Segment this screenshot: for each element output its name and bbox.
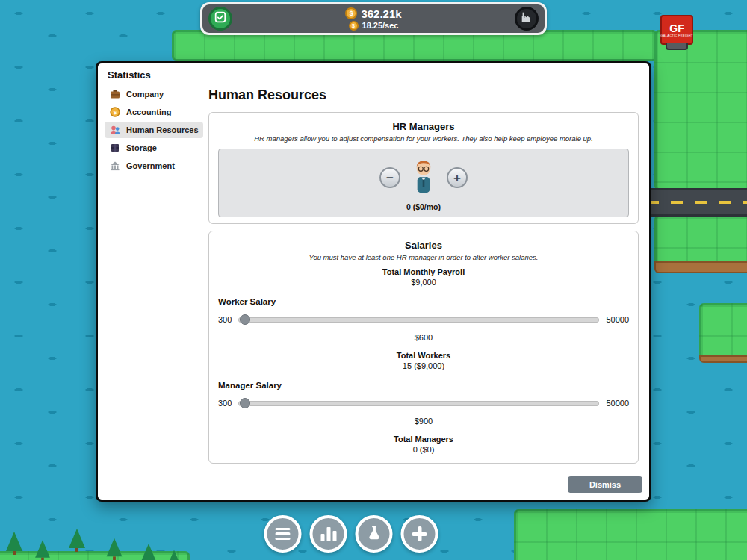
dirt-edge-mid-right xyxy=(699,355,747,363)
page-title: Human Resources xyxy=(208,87,639,103)
manager-salary-slider[interactable] xyxy=(238,401,599,406)
hr-manager-avatar xyxy=(411,158,436,197)
coin-icon: $ xyxy=(345,7,357,19)
calendar-check-icon xyxy=(214,10,227,27)
tasks-button[interactable] xyxy=(208,7,232,31)
plus-icon xyxy=(412,526,427,541)
bottom-toolbar xyxy=(264,515,438,553)
hud-topbar: $ 362.21k $ 18.25/sec xyxy=(200,2,547,35)
sidebar-item-label: Government xyxy=(126,161,175,170)
sidebar-item-government[interactable]: Government xyxy=(105,158,203,174)
grass-right-lower xyxy=(654,215,747,264)
bar-chart-icon xyxy=(320,527,336,541)
money-total-row: $ 362.21k xyxy=(345,7,401,20)
build-button[interactable] xyxy=(401,515,438,553)
statistics-modal: Statistics Company $ Accounting Human Re… xyxy=(96,61,651,502)
sidebar-item-label: Human Resources xyxy=(126,125,199,134)
hr-managers-panel: − xyxy=(218,149,629,217)
truck-cab xyxy=(666,43,688,50)
worker-salary-slider-row: 300 50000 xyxy=(218,315,629,324)
factory-button[interactable] xyxy=(515,7,539,31)
total-workers-label: Total Workers xyxy=(218,351,629,360)
money-rate-row: $ 18.25/sec xyxy=(349,21,399,31)
payroll-value: $9,000 xyxy=(218,278,629,287)
grass-bottom-left xyxy=(0,551,190,560)
salaries-note: You must have at least one HR manager in… xyxy=(218,253,629,261)
statistics-content: Human Resources HR Managers HR managers … xyxy=(208,84,639,470)
hr-managers-card: HR Managers HR managers allow you to adj… xyxy=(208,112,639,224)
hr-managers-description: HR managers allow you to adjust compensa… xyxy=(218,134,629,143)
grass-right-upper xyxy=(654,30,747,190)
sidebar-item-accounting[interactable]: $ Accounting xyxy=(105,104,203,120)
salaries-card: Salaries You must have at least one HR m… xyxy=(208,231,639,464)
research-button[interactable] xyxy=(356,515,393,553)
government-building-icon xyxy=(110,161,120,171)
freight-truck[interactable]: GF GALACTIC FREIGHT xyxy=(660,15,693,52)
pine-tree xyxy=(35,540,50,557)
pine-tree xyxy=(107,538,123,557)
road-center-line xyxy=(647,201,747,204)
modal-title: Statistics xyxy=(108,69,151,81)
total-managers-label: Total Managers xyxy=(218,435,629,444)
add-manager-button[interactable]: + xyxy=(447,167,468,188)
game-screen: GF GALACTIC FREIGHT $ 362.21k $ 18.25/se… xyxy=(0,0,747,560)
pine-tree xyxy=(142,544,156,560)
pine-tree xyxy=(167,550,181,560)
statistics-button[interactable] xyxy=(310,515,347,553)
sidebar-item-human-resources[interactable]: Human Resources xyxy=(105,122,203,138)
hr-manager-controls: − xyxy=(379,158,468,197)
pine-tree xyxy=(6,532,22,551)
flask-icon xyxy=(365,524,382,544)
sidebar-item-label: Accounting xyxy=(126,108,172,116)
worker-salary-slider-handle[interactable] xyxy=(240,314,250,325)
manager-salary-label: Manager Salary xyxy=(218,381,629,390)
pine-tree xyxy=(69,529,85,548)
slider-max-label: 50000 xyxy=(606,399,629,408)
manager-salary-slider-handle[interactable] xyxy=(240,398,250,408)
dirt-edge-right xyxy=(654,261,747,273)
road xyxy=(647,188,747,217)
manager-salary-slider-row: 300 50000 xyxy=(218,399,629,408)
money-total: 362.21k xyxy=(361,7,401,20)
manager-salary-group: Manager Salary 300 50000 $900 Total Mana… xyxy=(218,381,629,454)
truck-logo: GF xyxy=(669,23,684,34)
manager-salary-value: $900 xyxy=(218,417,629,426)
factory-icon xyxy=(520,10,533,27)
menu-button[interactable] xyxy=(264,515,302,553)
payroll-label: Total Monthly Payroll xyxy=(218,267,629,276)
truck-caption: GALACTIC FREIGHT xyxy=(660,34,692,37)
money-display: $ 362.21k $ 18.25/sec xyxy=(232,7,515,31)
dismiss-button[interactable]: Dismiss xyxy=(568,476,642,493)
hr-managers-title: HR Managers xyxy=(218,121,629,132)
hr-manager-count: 0 ($0/mo) xyxy=(406,202,441,211)
grass-bottom-right xyxy=(514,509,747,560)
svg-text:$: $ xyxy=(114,109,117,116)
briefcase-icon xyxy=(110,89,120,99)
people-icon xyxy=(110,125,120,135)
worker-salary-label: Worker Salary xyxy=(218,297,629,306)
remove-manager-button[interactable]: − xyxy=(379,167,400,188)
sidebar-item-company[interactable]: Company xyxy=(105,86,203,102)
total-workers-value: 15 ($9,000) xyxy=(218,361,629,370)
slider-max-label: 50000 xyxy=(606,315,629,324)
coin-icon: $ xyxy=(349,21,359,31)
sidebar-item-label: Company xyxy=(126,90,164,99)
sidebar-item-storage[interactable]: Storage xyxy=(105,140,203,156)
sidebar-item-label: Storage xyxy=(126,143,157,152)
worker-salary-group: Worker Salary 300 50000 $600 Total Worke… xyxy=(218,297,629,370)
storage-crate-icon xyxy=(110,143,120,153)
total-managers-value: 0 ($0) xyxy=(218,445,629,454)
coin-icon: $ xyxy=(110,107,120,117)
worker-salary-value: $600 xyxy=(218,333,629,342)
slider-min-label: 300 xyxy=(218,315,232,324)
menu-icon xyxy=(276,528,291,541)
grass-patch-mid-right xyxy=(699,303,747,358)
slider-min-label: 300 xyxy=(218,399,232,408)
salaries-title: Salaries xyxy=(218,240,629,251)
worker-salary-slider[interactable] xyxy=(238,317,599,323)
income-rate: 18.25/sec xyxy=(362,21,399,30)
truck-container: GF GALACTIC FREIGHT xyxy=(660,15,693,45)
statistics-sidebar: Company $ Accounting Human Resources Sto… xyxy=(105,86,203,175)
